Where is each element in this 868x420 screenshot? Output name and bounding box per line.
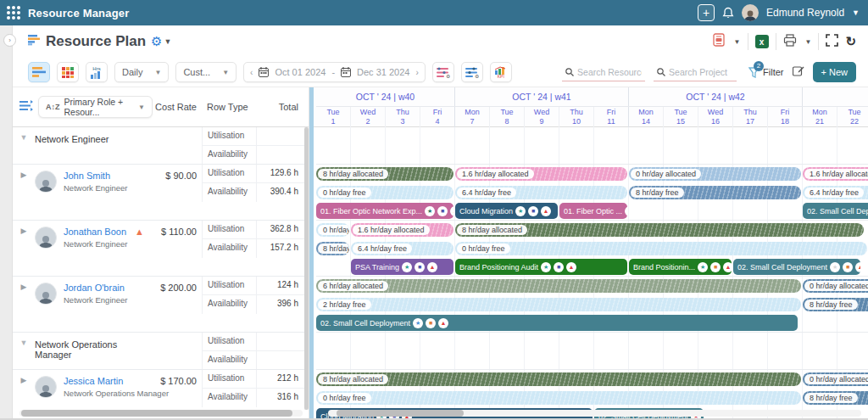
heatmap-view-button[interactable]	[57, 62, 79, 82]
day-header-cell[interactable]: Tue15	[664, 107, 698, 127]
utilisation-bar[interactable]: 0 hr/day	[316, 223, 349, 237]
project-bar[interactable]: 01. Fiber Optic Network Exp...★■▲	[316, 203, 453, 219]
day-header-cell[interactable]: Mon21	[803, 107, 837, 127]
resource-cell: Jonathan Boon▲Network Engineer	[35, 221, 153, 276]
pdf-export-icon[interactable]	[712, 33, 726, 50]
resource-name-link[interactable]: Jonathan Boon▲	[64, 227, 144, 237]
range-preset-select[interactable]: Cust...▼	[175, 62, 236, 82]
filter-control[interactable]: 2 Filter	[748, 67, 783, 78]
user-menu-chevron-down-icon[interactable]: ▼	[852, 8, 860, 17]
utilisation-bar[interactable]: 1.6 hr/day allocated	[351, 223, 453, 237]
column-header-cost-rate[interactable]: Cost Rate	[153, 102, 202, 112]
resource-name-link[interactable]: John Smith	[64, 171, 128, 181]
resource-list-horizontal-scrollbar[interactable]	[19, 410, 303, 417]
grid-rows: ▼Network EngineerUtilisationAvailability…	[13, 127, 309, 418]
day-header-cell[interactable]: Wed9	[525, 107, 559, 127]
resource-name-link[interactable]: Jordan O'brain	[64, 283, 128, 293]
utilisation-bar[interactable]: 8 hr/day allocated	[316, 167, 453, 181]
availability-bar[interactable]: 0 hr/day free	[316, 186, 453, 199]
project-bar[interactable]: 02. Small Cell Deploym★■▲	[803, 203, 868, 219]
utilisation-bar[interactable]: 0 hr/day allocated	[803, 279, 868, 293]
gantt-view-button[interactable]	[28, 62, 50, 82]
group-by-select[interactable]: A↕Z Primary Role + Resour... ▼	[38, 96, 153, 118]
day-header-cell[interactable]: Thu3	[386, 107, 420, 127]
utilisation-bar[interactable]: 0 hr/day allocated	[629, 167, 801, 181]
edit-views-icon[interactable]	[793, 64, 804, 80]
collapse-all-icon[interactable]	[19, 99, 33, 115]
day-header-cell[interactable]: Tue8	[490, 107, 525, 127]
column-header-row-type[interactable]: Row Type	[202, 102, 256, 112]
overallocation-warning-icon[interactable]: ▲	[135, 227, 144, 237]
utilisation-bar[interactable]: 1.6 hr/day allocated	[803, 167, 868, 181]
project-bar[interactable]: 01. Fiber Optic ...★■▲	[559, 203, 627, 219]
bar-settings-button[interactable]: ⚙	[461, 62, 483, 82]
kpi-chart-button[interactable]: KPI	[490, 62, 512, 82]
row-expand-icon[interactable]: ▶	[13, 165, 35, 220]
search-resource-input[interactable]	[577, 67, 642, 77]
day-header-cell[interactable]: Tue22	[837, 107, 868, 127]
availability-bar[interactable]: 6.4 hr/day free	[351, 242, 453, 255]
availability-bar[interactable]: 0 hr/day free	[316, 391, 801, 405]
plan-settings-chevron-down-icon[interactable]: ▼	[164, 37, 172, 46]
utilisation-bar[interactable]: 8 hr/day allocated	[455, 223, 864, 237]
availability-bar[interactable]: 8 hr/day free	[629, 186, 801, 199]
day-header-cell[interactable]: Mon14	[629, 107, 664, 127]
search-project-input[interactable]	[669, 67, 733, 77]
availability-bar[interactable]: 6.4 hr/day free	[455, 186, 627, 199]
group-collapse-icon[interactable]: ▼	[13, 333, 35, 369]
resource-list-vertical-scrollbar[interactable]	[304, 127, 309, 410]
global-add-button[interactable]: +	[698, 4, 715, 21]
new-button[interactable]: + New	[813, 62, 857, 82]
fullscreen-icon[interactable]	[826, 34, 838, 50]
project-bar[interactable]: Cloud Migration★■▲	[455, 203, 558, 219]
project-bar[interactable]: Brand Positioning Audit★■▲	[455, 259, 627, 275]
prev-period-arrow[interactable]: ‹	[250, 68, 253, 77]
day-header-cell[interactable]: Fri4	[420, 107, 455, 127]
project-bar[interactable]: 02. Small Cell Deployment★■▲	[316, 315, 798, 331]
availability-bar[interactable]: 8 hr/day free	[803, 298, 868, 311]
search-resource-box	[562, 63, 645, 81]
utilisation-bar[interactable]: 8 hr/day allocated	[316, 372, 801, 386]
granularity-select[interactable]: Daily▼	[114, 62, 169, 82]
next-period-arrow[interactable]: ›	[415, 68, 418, 77]
group-collapse-icon[interactable]: ▼	[13, 127, 35, 164]
utilisation-bar[interactable]: 6 hr/day allocated	[316, 279, 801, 293]
availability-bar[interactable]: 0 hr/day free	[455, 242, 867, 255]
print-chevron-down-icon[interactable]: ▼	[805, 38, 812, 46]
project-bar[interactable]: Brand Positionin...★■▲	[629, 259, 732, 275]
day-header-cell[interactable]: Thu17	[733, 107, 768, 127]
project-bar[interactable]: PSA Training★■▲	[351, 259, 453, 275]
availability-bar[interactable]: 8 hr/day	[316, 242, 349, 255]
user-avatar[interactable]	[742, 4, 759, 21]
utilisation-bar[interactable]: 1.6 hr/day allocated	[455, 167, 627, 181]
day-header-cell[interactable]: Tue1	[316, 107, 351, 127]
user-name[interactable]: Edmund Reynold	[766, 7, 844, 19]
day-header-cell[interactable]: Fri18	[768, 107, 803, 127]
print-icon[interactable]	[783, 34, 797, 50]
excel-export-icon[interactable]: x	[755, 35, 769, 48]
availability-bar[interactable]: 8 hr/day free	[803, 391, 868, 405]
day-header-cell[interactable]: Wed2	[351, 107, 386, 127]
timeline-horizontal-scrollbar[interactable]	[328, 410, 861, 417]
end-date-value[interactable]: Dec 31 2024	[357, 67, 409, 77]
project-bar[interactable]: 02. Small Cell Deployment★■▲	[733, 259, 860, 275]
pdf-export-chevron-down-icon[interactable]: ▼	[734, 38, 741, 46]
availability-bar[interactable]: 2 hr/day free	[316, 298, 801, 311]
day-header-cell[interactable]: Wed16	[698, 107, 733, 127]
day-header-cell[interactable]: Mon7	[455, 107, 490, 127]
utilisation-bar[interactable]: 0 hr/day allocated	[803, 372, 868, 386]
hours-chart-view-button[interactable]: Hrs	[86, 62, 108, 82]
apps-grid-icon[interactable]	[7, 6, 20, 20]
day-header-cell[interactable]: Thu10	[559, 107, 594, 127]
notifications-bell-icon[interactable]	[722, 7, 734, 20]
day-header-cell[interactable]: Fri11	[594, 107, 629, 127]
row-expand-icon[interactable]: ▶	[13, 221, 35, 276]
start-date-value[interactable]: Oct 01 2024	[275, 67, 326, 77]
expand-sidebar-button[interactable]: ›	[3, 34, 16, 47]
plan-settings-gear-icon[interactable]: ⚙	[151, 34, 162, 49]
row-settings-button[interactable]: ⚙	[432, 62, 454, 82]
row-expand-icon[interactable]: ▶	[13, 277, 35, 332]
column-header-total[interactable]: Total	[256, 102, 309, 112]
availability-bar[interactable]: 6.4 hr/day free	[803, 186, 868, 199]
refresh-icon[interactable]: ↻	[845, 34, 856, 49]
